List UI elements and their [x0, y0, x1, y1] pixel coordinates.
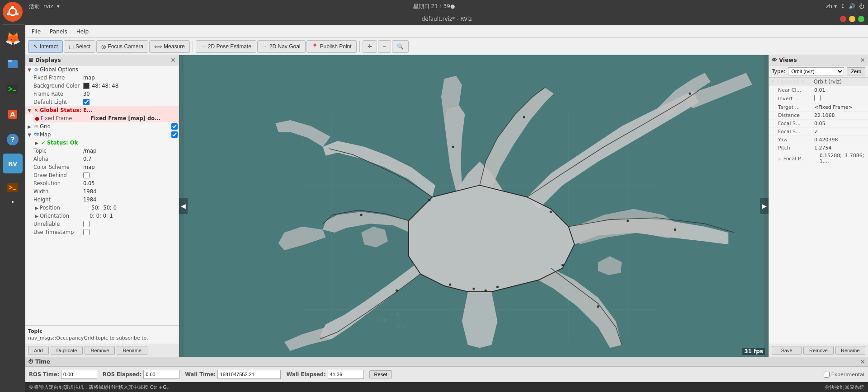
wall-time-input[interactable]	[217, 370, 281, 379]
unreliable-checkbox[interactable]	[83, 221, 90, 227]
maximize-button[interactable]	[858, 16, 864, 22]
map-checkbox[interactable]	[171, 131, 178, 138]
default-light-checkbox[interactable]	[83, 99, 90, 105]
nav-goal-button[interactable]: → 2D Nav Goal	[257, 40, 306, 53]
dock-icon-rviz[interactable]: RV	[3, 154, 23, 173]
use-timestamp-checkbox[interactable]	[83, 229, 90, 235]
invert-row[interactable]: Invert ...	[769, 94, 868, 103]
displays-tree[interactable]: ▼ ⚙ Global Options Fixed Frame map Backg…	[25, 65, 179, 325]
select-button[interactable]: ⬚ Select	[64, 40, 95, 53]
dock-icon-files[interactable]	[1, 52, 24, 75]
status-expand[interactable]: ▶	[33, 140, 40, 145]
expand-arrow-cv[interactable]: ▼	[771, 79, 775, 85]
dock-icon-software[interactable]: A	[1, 103, 24, 126]
fixed-frame-error-row[interactable]: ● Fixed Frame Fixed Frame [map] do...	[33, 114, 179, 122]
wall-elapsed-input[interactable]	[328, 370, 364, 379]
color-scheme-row[interactable]: Color Scheme map	[33, 163, 179, 171]
map-expand[interactable]: ▼	[26, 132, 33, 137]
invert-checkbox[interactable]	[814, 95, 821, 101]
draw-behind-row[interactable]: Draw Behind	[33, 171, 179, 179]
focus-camera-button[interactable]: ◎ Focus Camera	[96, 40, 148, 53]
bg-color-row[interactable]: Background Color 48; 48; 48	[33, 82, 179, 90]
activities-label[interactable]: 活动	[29, 3, 40, 10]
current-view-header[interactable]: ▼ Current V... Orbit (rviz)	[769, 78, 868, 86]
ubuntu-logo[interactable]	[3, 2, 23, 22]
rename-button[interactable]: Rename	[117, 346, 147, 355]
near-clip-row[interactable]: Near Cl... 0.01	[769, 86, 868, 94]
distance-row[interactable]: Distance 22.1068	[769, 112, 868, 120]
interact-button[interactable]: ↖ Interact	[28, 40, 63, 53]
grid-expand[interactable]: ▶	[26, 124, 33, 129]
ros-time-input[interactable]	[61, 370, 97, 379]
viewport-collapse-left[interactable]: ◀	[179, 198, 188, 214]
move-camera-button[interactable]: ✛	[363, 40, 377, 53]
alpha-row[interactable]: Alpha 0.7	[33, 155, 179, 163]
global-status-expand[interactable]: ▼	[26, 108, 33, 113]
bg-color-swatch[interactable]	[83, 83, 90, 89]
volume-icon[interactable]: 🔊	[849, 3, 855, 9]
locale[interactable]: zh ▾	[826, 3, 837, 9]
grid-checkbox[interactable]	[171, 123, 178, 130]
position-expand[interactable]: ▶	[33, 205, 40, 210]
color-scheme-value[interactable]: map	[83, 164, 178, 170]
views-remove-button[interactable]: Remove	[803, 346, 833, 355]
frame-rate-row[interactable]: Frame Rate 30	[33, 90, 179, 98]
network-icon[interactable]: ↕	[840, 3, 845, 9]
resolution-row[interactable]: Resolution 0.05	[33, 179, 179, 187]
dock-icon-help[interactable]: ?	[1, 128, 24, 151]
displays-close-button[interactable]: ✕	[170, 56, 176, 64]
zoom-out-button[interactable]: −	[378, 40, 391, 53]
zoom-in-button[interactable]: 🔍	[392, 40, 409, 53]
views-zero-button[interactable]: Zero	[847, 67, 865, 75]
yaw-row[interactable]: Yaw 0.420398	[769, 136, 868, 144]
focal-p-row[interactable]: ▶ Focal P... 0.15288; -1.7886; 1....	[769, 152, 868, 165]
app-name[interactable]: rviz	[43, 3, 53, 9]
dock-icon-terminal2[interactable]	[1, 176, 24, 199]
fixed-frame-row[interactable]: Fixed Frame map	[33, 74, 179, 82]
width-row[interactable]: Width 1984	[33, 187, 179, 196]
focal-s1-row[interactable]: Focal S... 0.05	[769, 120, 868, 128]
alpha-value[interactable]: 0.7	[83, 156, 178, 162]
minimize-button[interactable]	[849, 16, 855, 22]
pitch-row[interactable]: Pitch 1.2754	[769, 144, 868, 152]
duplicate-button[interactable]: Duplicate	[51, 346, 83, 355]
views-type-select[interactable]: Orbit (rviz)	[788, 67, 844, 75]
default-light-row[interactable]: Default Light	[33, 98, 179, 106]
power-icon[interactable]: ⏻	[859, 3, 864, 9]
views-save-button[interactable]: Save	[772, 346, 802, 355]
menu-file[interactable]: File	[27, 27, 45, 36]
topic-row[interactable]: Topic /map	[33, 147, 179, 155]
views-rename-button[interactable]: Rename	[835, 346, 865, 355]
ros-elapsed-input[interactable]	[143, 370, 179, 379]
focal-s2-row[interactable]: Focal S... ✓	[769, 128, 868, 136]
status-ok-row[interactable]: ▶ ✓ Status: Ok	[33, 139, 179, 147]
height-row[interactable]: Height 1984	[33, 196, 179, 204]
draw-behind-checkbox[interactable]	[83, 172, 90, 178]
orientation-row[interactable]: ▶ Orientation 0; 0; 0; 1	[33, 212, 179, 220]
3d-viewport[interactable]: ||||||| ||||||||| |||||| ◀ ▶ 31 fps	[179, 55, 769, 357]
menu-help[interactable]: Help	[72, 27, 93, 36]
remove-button[interactable]: Remove	[85, 346, 115, 355]
measure-button[interactable]: ⟺ Measure	[149, 40, 190, 53]
target-row[interactable]: Target ... <Fixed Frame>	[769, 103, 868, 112]
unreliable-row[interactable]: Unreliable	[33, 220, 179, 228]
dock-icon-terminal[interactable]	[1, 78, 24, 100]
time-reset-button[interactable]: Reset	[369, 370, 392, 378]
viewport-collapse-right[interactable]: ▶	[760, 198, 769, 214]
experimental-checkbox[interactable]	[824, 372, 830, 378]
views-close-button[interactable]: ✕	[860, 56, 865, 64]
global-options-row[interactable]: ▼ ⚙ Global Options	[25, 65, 179, 74]
add-button[interactable]: Add	[28, 346, 49, 355]
global-options-expand[interactable]: ▼	[26, 67, 33, 72]
pose-estimate-button[interactable]: → 2D Pose Estimate	[196, 40, 256, 53]
orientation-expand[interactable]: ▶	[33, 214, 40, 219]
focal-p-expand[interactable]: ▶	[778, 156, 782, 161]
menu-panels[interactable]: Panels	[45, 27, 72, 36]
close-button[interactable]	[840, 16, 846, 22]
use-timestamp-row[interactable]: Use Timestamp	[33, 228, 179, 236]
time-close-button[interactable]: ✕	[860, 358, 865, 365]
grid-row[interactable]: ▶ ⊞ Grid	[25, 122, 179, 131]
topic-value[interactable]: /map	[83, 148, 178, 154]
position-row[interactable]: ▶ Position -50; -50; 0	[33, 204, 179, 212]
dock-icon-firefox[interactable]: 🦊	[1, 27, 24, 50]
